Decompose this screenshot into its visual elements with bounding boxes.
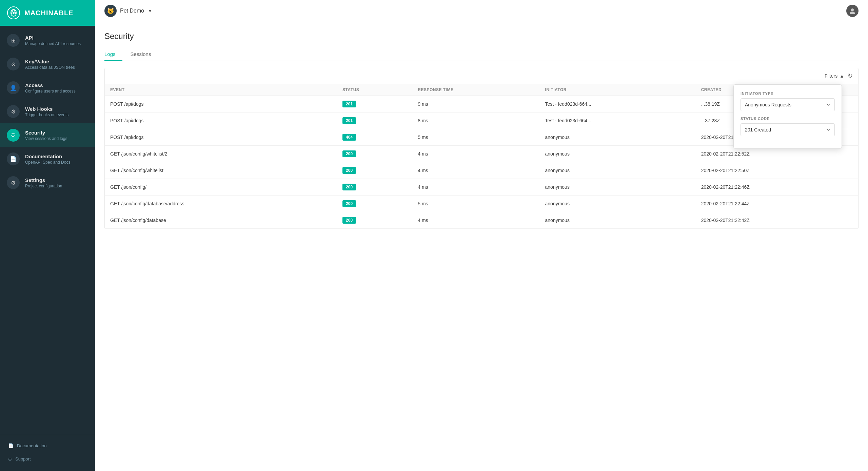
sidebar-bottom: 📄Documentation⊕Support (0, 435, 95, 471)
tab-logs[interactable]: Logs (104, 48, 122, 61)
logo-text: MACHINABLE (24, 9, 73, 17)
sidebar-item-access[interactable]: 👤 Access Configure users and access (0, 76, 95, 100)
status-badge: 201 (342, 101, 356, 107)
status-badge: 200 (342, 167, 356, 174)
main-content: 🐱 Pet Demo ▾ Security LogsSessions Filte… (95, 0, 868, 471)
nav-label-access: Access (25, 82, 76, 88)
cell-status: 200 (337, 179, 412, 196)
cell-event: GET /json/config/whitelist (105, 162, 337, 179)
project-avatar: 🐱 (104, 5, 117, 17)
cell-created: 2020-02-20T21:22:44Z (696, 196, 858, 212)
cell-initiator: anonymous (540, 129, 696, 146)
cell-status: 404 (337, 129, 412, 146)
nav-icon-webhooks: ⚙ (7, 105, 20, 118)
initiator-type-label: INITIATOR TYPE (741, 91, 835, 96)
cell-initiator: anonymous (540, 146, 696, 162)
status-badge: 200 (342, 200, 356, 207)
nav-label-settings: Settings (25, 177, 62, 183)
nav-sublabel-documentation: OpenAPI Spec and Docs (25, 160, 70, 165)
svg-point-1 (13, 12, 15, 14)
logs-table-container: Filters ▲ ↻ INITIATOR TYPE Anonymous Req… (104, 68, 859, 229)
cell-status: 200 (337, 162, 412, 179)
table-toolbar: Filters ▲ ↻ (105, 68, 858, 84)
table-row[interactable]: GET /json/config/whitelist2004 msanonymo… (105, 162, 858, 179)
cell-event: POST /api/dogs (105, 129, 337, 146)
cell-initiator: anonymous (540, 162, 696, 179)
cell-response-time: 4 ms (412, 146, 539, 162)
logo-icon (7, 6, 20, 20)
nav-icon-access: 👤 (7, 81, 20, 94)
cell-initiator: Test - fedd023d-664... (540, 96, 696, 112)
nav-sublabel-access: Configure users and access (25, 89, 76, 94)
nav-icon-keyvalue: ⊙ (7, 58, 20, 70)
cell-response-time: 5 ms (412, 129, 539, 146)
table-row[interactable]: GET /json/config/database/address2005 ms… (105, 196, 858, 212)
sidebar-item-keyvalue[interactable]: ⊙ Key/Value Access data as JSON trees (0, 52, 95, 76)
chevron-up-icon: ▲ (840, 73, 844, 79)
bottom-label-docs: Documentation (17, 443, 46, 448)
filters-button[interactable]: Filters ▲ (825, 73, 844, 79)
cell-event: GET /json/config/database (105, 212, 337, 229)
status-badge: 404 (342, 134, 356, 141)
bottom-label-support: Support (15, 456, 31, 462)
nav-label-webhooks: Web Hooks (25, 106, 68, 112)
nav-sublabel-api: Manage defined API resources (25, 41, 81, 46)
table-row[interactable]: GET /json/config/database2004 msanonymou… (105, 212, 858, 229)
sidebar-item-webhooks[interactable]: ⚙ Web Hooks Trigger hooks on events (0, 100, 95, 123)
sidebar-logo: MACHINABLE (0, 0, 95, 26)
table-row[interactable]: GET /json/config/2004 msanonymous2020-02… (105, 179, 858, 196)
chevron-down-icon: ▾ (149, 8, 151, 14)
refresh-button[interactable]: ↻ (848, 72, 853, 80)
status-badge: 201 (342, 117, 356, 124)
nav-icon-settings: ⚙ (7, 176, 20, 189)
cell-status: 200 (337, 146, 412, 162)
status-badge: 200 (342, 150, 356, 157)
cell-initiator: anonymous (540, 212, 696, 229)
status-code-label: STATUS CODE (741, 117, 835, 121)
nav-icon-api: ⊞ (7, 34, 20, 47)
cell-response-time: 9 ms (412, 96, 539, 112)
sidebar-nav: ⊞ API Manage defined API resources ⊙ Key… (0, 26, 95, 435)
cell-created: 2020-02-20T21:22:50Z (696, 162, 858, 179)
nav-sublabel-webhooks: Trigger hooks on events (25, 112, 68, 117)
sidebar-item-settings[interactable]: ⚙ Settings Project configuration (0, 171, 95, 194)
cell-response-time: 4 ms (412, 179, 539, 196)
cell-initiator: anonymous (540, 179, 696, 196)
filters-label: Filters (825, 73, 837, 79)
status-badge: 200 (342, 184, 356, 190)
col-header-initiator: INITIATOR (540, 84, 696, 96)
nav-label-keyvalue: Key/Value (25, 59, 75, 64)
svg-point-2 (851, 8, 854, 11)
project-name: Pet Demo (120, 8, 144, 14)
bottom-item-support[interactable]: ⊕Support (0, 452, 95, 466)
page-content: Security LogsSessions Filters ▲ ↻ INITIA… (95, 22, 868, 471)
cell-response-time: 4 ms (412, 162, 539, 179)
col-header-event: EVENT (105, 84, 337, 96)
status-badge: 200 (342, 217, 356, 224)
initiator-type-select[interactable]: Anonymous RequestsAuthenticated Requests… (741, 98, 835, 111)
cell-status: 201 (337, 112, 412, 129)
sidebar-item-api[interactable]: ⊞ API Manage defined API resources (0, 28, 95, 52)
col-header-response-time: RESPONSE TIME (412, 84, 539, 96)
nav-label-api: API (25, 35, 81, 41)
filter-dropdown: INITIATOR TYPE Anonymous RequestsAuthent… (733, 84, 842, 149)
status-code-select[interactable]: 201 Created200 OK404 Not FoundAll (741, 123, 835, 136)
nav-icon-documentation: 📄 (7, 152, 20, 165)
cell-event: POST /api/dogs (105, 96, 337, 112)
sidebar-item-documentation[interactable]: 📄 Documentation OpenAPI Spec and Docs (0, 147, 95, 171)
tab-sessions[interactable]: Sessions (131, 48, 158, 61)
bottom-item-docs[interactable]: 📄Documentation (0, 439, 95, 452)
cell-event: GET /json/config/database/address (105, 196, 337, 212)
user-avatar[interactable] (846, 5, 859, 17)
cell-initiator: anonymous (540, 196, 696, 212)
refresh-icon: ↻ (848, 73, 853, 79)
sidebar-item-security[interactable]: 🛡 Security View sessions and logs (0, 123, 95, 147)
project-selector[interactable]: 🐱 Pet Demo ▾ (104, 5, 151, 17)
cell-status: 200 (337, 196, 412, 212)
nav-sublabel-settings: Project configuration (25, 184, 62, 188)
cell-response-time: 8 ms (412, 112, 539, 129)
cell-response-time: 5 ms (412, 196, 539, 212)
cell-response-time: 4 ms (412, 212, 539, 229)
nav-sublabel-security: View sessions and logs (25, 136, 67, 141)
col-header-status: STATUS (337, 84, 412, 96)
